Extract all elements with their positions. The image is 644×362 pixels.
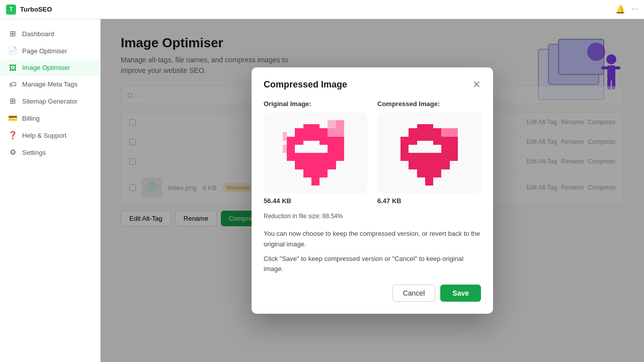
- logo-letter: T: [10, 7, 13, 12]
- modal-info: You can now choose to keep the compresse…: [264, 229, 481, 250]
- compressed-label: Compressed Image:: [377, 100, 481, 108]
- modal-close-button[interactable]: ✕: [472, 79, 481, 89]
- sidebar-item-image-optimiser[interactable]: 🖼 Image Optimiser: [0, 59, 100, 76]
- sidebar-label-page-optimiser: Page Optimiser: [22, 47, 67, 55]
- svg-rect-35: [328, 161, 336, 169]
- svg-rect-29: [328, 153, 336, 161]
- svg-rect-56: [425, 132, 433, 140]
- compressed-image-preview: [377, 113, 481, 193]
- svg-rect-61: [409, 153, 417, 161]
- svg-rect-53: [400, 145, 409, 153]
- app-layout: ⊞ Dashboard 📄 Page Optimiser 🖼 Image Opt…: [0, 19, 644, 362]
- sidebar-item-sitemap-generator[interactable]: ⊞ Sitemap Generator: [0, 93, 100, 110]
- svg-rect-19: [303, 132, 311, 140]
- titlebar-controls: 🔔 ···: [615, 5, 638, 14]
- svg-rect-34: [319, 161, 328, 169]
- svg-rect-33: [311, 161, 319, 169]
- svg-rect-24: [287, 153, 295, 161]
- save-button[interactable]: Save: [440, 285, 481, 302]
- app-name: TurboSEO: [20, 6, 52, 13]
- svg-rect-73: [425, 169, 433, 177]
- svg-rect-23: [336, 145, 344, 153]
- svg-rect-25: [295, 153, 303, 161]
- svg-rect-59: [450, 145, 458, 153]
- sidebar-item-page-optimiser[interactable]: 📄 Page Optimiser: [0, 42, 100, 59]
- svg-rect-32: [303, 161, 311, 169]
- svg-rect-58: [441, 145, 449, 153]
- help-icon: ❓: [8, 131, 17, 140]
- svg-rect-71: [441, 161, 449, 169]
- compressed-image-section: Compressed Image:: [377, 100, 481, 205]
- svg-rect-16: [336, 136, 344, 144]
- svg-rect-69: [425, 161, 433, 169]
- svg-rect-70: [433, 161, 441, 169]
- more-options-icon[interactable]: ···: [631, 5, 638, 14]
- sidebar-label-dashboard: Dashboard: [22, 30, 54, 38]
- svg-rect-10: [287, 136, 295, 144]
- original-size: 56.44 KB: [264, 197, 367, 205]
- modal-images: Original Image:: [264, 100, 481, 205]
- svg-rect-31: [295, 161, 303, 169]
- sidebar-label-settings: Settings: [22, 149, 46, 156]
- svg-rect-46: [400, 136, 409, 144]
- svg-rect-54: [409, 136, 417, 144]
- sidebar-item-settings[interactable]: ⚙ Settings: [0, 144, 100, 161]
- svg-rect-45: [283, 145, 287, 153]
- svg-rect-64: [433, 153, 441, 161]
- svg-rect-63: [425, 153, 433, 161]
- svg-rect-77: [450, 128, 458, 136]
- svg-rect-27: [311, 153, 319, 161]
- svg-rect-39: [311, 177, 319, 186]
- svg-rect-74: [433, 169, 441, 177]
- compressed-size: 6.47 KB: [377, 197, 481, 205]
- modal-actions: Cancel Save: [264, 285, 481, 302]
- svg-rect-68: [417, 161, 425, 169]
- sidebar-item-help-support[interactable]: ❓ Help & Support: [0, 127, 100, 144]
- svg-rect-38: [319, 169, 328, 177]
- sidebar-label-meta-tags: Manage Meta Tags: [22, 80, 77, 88]
- original-image-preview: [264, 113, 367, 193]
- svg-rect-43: [328, 120, 336, 128]
- sidebar-label-billing: Billing: [22, 115, 40, 122]
- svg-rect-47: [409, 128, 417, 136]
- svg-rect-72: [417, 169, 425, 177]
- titlebar: T TurboSEO 🔔 ···: [0, 0, 644, 19]
- original-label: Original Image:: [264, 100, 367, 108]
- image-optimiser-icon: 🖼: [8, 63, 17, 72]
- svg-rect-26: [303, 153, 311, 161]
- svg-rect-11: [295, 128, 303, 136]
- sidebar-item-dashboard[interactable]: ⊞ Dashboard: [0, 25, 100, 42]
- dashboard-icon: ⊞: [8, 29, 17, 38]
- settings-icon: ⚙: [8, 148, 17, 157]
- svg-rect-41: [336, 128, 344, 136]
- svg-rect-20: [311, 132, 319, 140]
- titlebar-left: T TurboSEO: [6, 5, 52, 15]
- cancel-button[interactable]: Cancel: [392, 285, 436, 302]
- billing-icon: 💳: [8, 114, 17, 123]
- compressed-image-modal: Compressed Image ✕ Original Image:: [252, 67, 493, 314]
- svg-rect-44: [283, 132, 287, 140]
- modal-note: Click "Save" to keep compressed version …: [264, 254, 481, 275]
- svg-rect-17: [287, 145, 295, 153]
- svg-rect-22: [328, 145, 336, 153]
- sidebar-item-manage-meta-tags[interactable]: 🏷 Manage Meta Tags: [0, 76, 100, 93]
- notification-icon[interactable]: 🔔: [615, 5, 625, 14]
- svg-rect-49: [425, 124, 433, 132]
- svg-rect-62: [417, 153, 425, 161]
- page-optimiser-icon: 📄: [8, 46, 17, 55]
- svg-rect-14: [319, 128, 328, 136]
- svg-rect-65: [441, 153, 449, 161]
- svg-rect-12: [303, 124, 311, 132]
- svg-rect-76: [441, 128, 449, 136]
- sidebar-item-billing[interactable]: 💳 Billing: [0, 110, 100, 127]
- svg-rect-50: [433, 128, 441, 136]
- svg-rect-55: [417, 132, 425, 140]
- svg-rect-18: [295, 136, 303, 144]
- meta-tags-icon: 🏷: [8, 80, 17, 88]
- main-content: Image Optimiser Manage alt-tags, file na…: [101, 19, 644, 362]
- svg-rect-37: [311, 169, 319, 177]
- svg-rect-36: [303, 169, 311, 177]
- sitemap-icon: ⊞: [8, 97, 17, 106]
- svg-rect-28: [319, 153, 328, 161]
- app-logo: T: [6, 5, 16, 15]
